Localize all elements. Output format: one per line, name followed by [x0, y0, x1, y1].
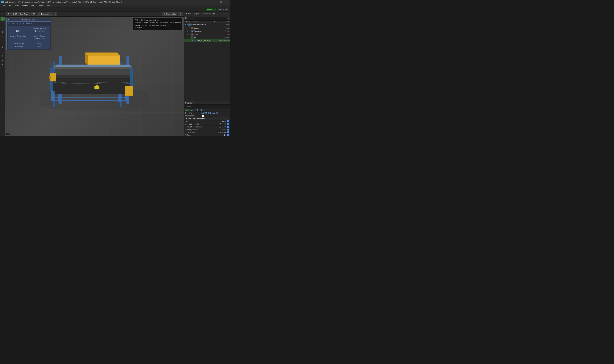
svg-rect-37: [125, 86, 133, 96]
eye-world-icon[interactable]: 👁: [187, 24, 188, 26]
property-search-input[interactable]: [185, 105, 229, 108]
toolbar-light-btn[interactable]: ☀: [0, 54, 5, 58]
menu-window[interactable]: Window: [20, 4, 29, 7]
tree-item-a08[interactable]: ► 👁 A A08_PR_NVD_01 ConveyorBelt Ty: [184, 39, 230, 42]
svg-rect-38: [95, 86, 99, 89]
close-button[interactable]: ✕: [224, 0, 229, 4]
tree-item-cube[interactable]: ► 👁 C cube Cube: [184, 33, 230, 36]
looks-icon: L: [191, 27, 193, 29]
eye-a08-icon[interactable]: 👁: [192, 40, 193, 41]
menu-layout[interactable]: Layout: [37, 4, 44, 7]
iot-cell-current: System_Current 0.003981236: [29, 34, 50, 41]
a08-icon: A: [193, 39, 196, 42]
fps-line2: NVIDIA RTX A3000 Laptop GPU: 3.5 GiB use…: [135, 22, 181, 24]
rtx-dot: [13, 13, 14, 15]
expand-a08-icon[interactable]: ►: [190, 40, 192, 41]
rtx-realtime-btn[interactable]: RTX - Real-Time ▾: [11, 13, 30, 16]
main-layout: ⚙ ◉ ◎ ↖ ✛ ↺ ⤡ ⊞ ⊟ ☀ ▶ ⋮ ⚙ RTX - Real-Tim…: [0, 12, 230, 136]
minimize-button[interactable]: —: [213, 0, 218, 4]
raw-value-temp: 79.17738: [214, 126, 226, 128]
menu-edit[interactable]: Edit: [6, 4, 12, 7]
toolbar-camera-btn[interactable]: ◎: [0, 21, 5, 25]
expand-looks-icon[interactable]: ▼: [187, 27, 189, 29]
cm-label: cm: [6, 133, 10, 135]
titlebar-left: U USD Composer 2023.2.0 Beta omniverse:/…: [1, 1, 122, 3]
toolbar-settings-btn[interactable]: ⚙: [0, 12, 5, 16]
tree-item-geometry[interactable]: ► 👁 G Geometry Scope: [184, 29, 230, 33]
iot-value-current: 0.003981236: [30, 38, 49, 39]
menu-create[interactable]: Create: [12, 4, 20, 7]
raw-prop-voltage: System_Voltage 107.48904: [184, 131, 230, 134]
toolbar-select-btn[interactable]: ↖: [0, 26, 5, 30]
settings-icon: ⚙: [8, 13, 9, 15]
cache-label: CACHE: ON: [218, 9, 228, 10]
location-icon: 📍: [179, 13, 181, 15]
toolbar-render-btn[interactable]: ▶: [0, 58, 5, 63]
tree-item-iot[interactable]: ▼ 👁 I iot IoT Root: [184, 36, 230, 39]
svg-rect-31: [58, 94, 60, 102]
raw-usd-section-header[interactable]: ▼ Raw USD Properties: [184, 117, 230, 120]
viewport[interactable]: X Y Z ▼ Sample IoT Data ✕ IoT Prim: /iot…: [5, 17, 184, 136]
prim-path-label: Prim Path: [185, 112, 201, 114]
toolbar-scale-btn[interactable]: ⤡: [0, 39, 5, 43]
svg-marker-15: [85, 52, 120, 56]
iot-value-voltage: 107.4890366: [9, 45, 27, 47]
toolbar-extra-btn[interactable]: ⋮: [0, 63, 5, 67]
iot-label-humidity: Ambient_Humidity: [30, 28, 49, 29]
maximize-button[interactable]: □: [218, 0, 224, 4]
iot-value-temp: 79.17738342: [9, 38, 27, 39]
eye-cube-icon[interactable]: 👁: [189, 34, 191, 35]
live-dot: [207, 9, 209, 10]
menu-file[interactable]: File: [1, 4, 6, 7]
svg-rect-32: [119, 94, 121, 102]
tab-stage[interactable]: Stage: [184, 12, 192, 16]
right-panel: Stage Layer Render Settings 🔍 ⚙ Name (Ol…: [184, 12, 230, 136]
tree-col-name: Name (Old to New): [185, 21, 214, 23]
tab-layer[interactable]: Layer: [192, 12, 201, 16]
raw-value-voltage: 107.48904: [214, 131, 226, 133]
toolbar-rotate-btn[interactable]: ↺: [0, 35, 5, 39]
iot-label-current: System_Current: [30, 35, 49, 37]
menu-help[interactable]: Help: [45, 4, 51, 7]
viewport-location-btn[interactable]: 📍: [178, 12, 183, 16]
viewport-camera-btn[interactable]: 📷: [31, 12, 36, 16]
center-area: ⚙ RTX - Real-Time ▾ 📷 🎥 Perspective ▾ › …: [5, 12, 184, 136]
expand-cube-icon[interactable]: ►: [187, 34, 189, 35]
filter-icon[interactable]: ⚙: [228, 17, 229, 19]
tree-name-looks: Looks: [194, 27, 215, 29]
tree-item-looks[interactable]: ▼ 👁 L Looks xform: [184, 26, 230, 29]
iot-cell-ts: _ts 178.0: [8, 26, 29, 34]
iot-prim-label: IoT Prim:: [8, 23, 15, 25]
camera2-icon: 🎥: [38, 13, 41, 15]
eye-geo-icon[interactable]: 👁: [189, 30, 191, 32]
expand-iot-icon[interactable]: ▼: [187, 37, 189, 38]
tree-item-world[interactable]: ▼ 👁 W World (defaultPrim) xform: [184, 23, 230, 26]
raw-label-voltage: System_Voltage: [185, 131, 214, 133]
property-add-btn[interactable]: Add: [185, 109, 191, 111]
raw-value-velocity: 1.0: [214, 134, 226, 136]
iot-close-btn[interactable]: ✕: [48, 19, 50, 21]
iot-collapse-icon[interactable]: ▼: [8, 19, 9, 21]
stage-tree: ▼ 👁 W World (defaultPrim) xform ▼ 👁 L Lo…: [184, 23, 230, 101]
stage-lights-btn[interactable]: ☀ Stage Lights: [162, 12, 177, 16]
viewport-settings-btn[interactable]: ⚙: [6, 12, 11, 16]
stage-search-input[interactable]: [188, 17, 227, 20]
raw-indicator-ts: [227, 120, 229, 122]
svg-text:X: X: [52, 97, 53, 98]
expand-world-icon[interactable]: ▼: [185, 24, 187, 26]
tab-render-settings[interactable]: Render Settings: [201, 12, 217, 16]
expand-geo-icon[interactable]: ►: [187, 30, 189, 32]
more-btn[interactable]: ›: [54, 13, 57, 16]
eye-iot-icon[interactable]: 👁: [189, 37, 191, 38]
toolbar-grid-btn[interactable]: ⊟: [0, 50, 5, 54]
tree-col-type: Type: [215, 21, 230, 23]
instanceable-checkbox[interactable]: [202, 115, 204, 117]
perspective-btn[interactable]: 🎥 Perspective ▾: [37, 12, 53, 16]
toolbar-rtx-btn[interactable]: ◉: [0, 17, 5, 21]
toolbar-snap-btn[interactable]: ⊞: [0, 45, 5, 49]
toolbar-move-btn[interactable]: ✛: [0, 30, 5, 34]
raw-label-current: System_Current: [185, 129, 214, 130]
raw-prop-ts: _ts 178.0: [184, 120, 230, 123]
menu-tools[interactable]: Tools: [29, 4, 36, 7]
eye-looks-icon[interactable]: 👁: [189, 27, 191, 29]
